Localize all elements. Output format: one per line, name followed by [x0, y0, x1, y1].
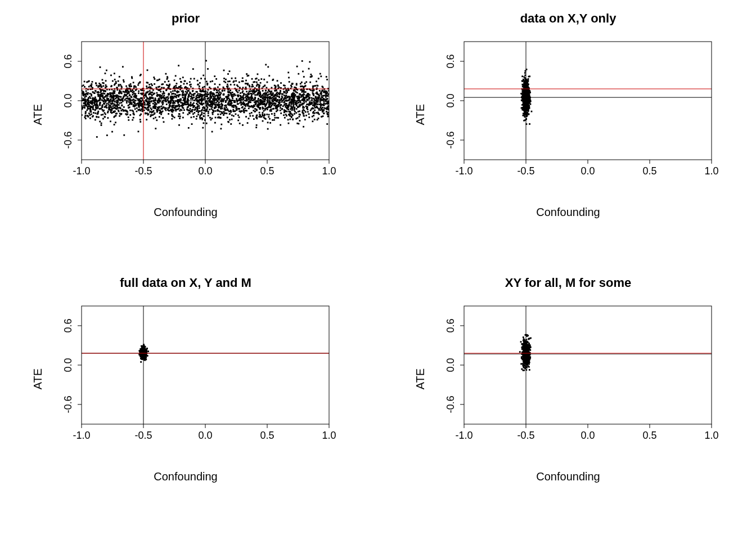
svg-rect-1959	[300, 89, 302, 91]
svg-rect-2429	[226, 86, 228, 87]
svg-rect-1585	[205, 123, 207, 124]
svg-rect-2558	[99, 95, 101, 97]
svg-rect-2451	[91, 81, 93, 83]
svg-rect-2768	[321, 104, 322, 106]
svg-rect-1346	[219, 97, 221, 98]
svg-text:-1.0: -1.0	[455, 430, 472, 441]
svg-rect-2623	[129, 97, 130, 99]
svg-rect-1840	[248, 103, 249, 105]
svg-rect-2274	[192, 68, 194, 70]
svg-rect-936	[105, 84, 106, 86]
svg-rect-550	[165, 97, 167, 98]
svg-rect-1703	[100, 124, 102, 126]
svg-rect-961	[178, 124, 180, 126]
svg-rect-3440	[521, 75, 523, 77]
svg-rect-2707	[130, 102, 132, 104]
svg-rect-2631	[89, 109, 91, 110]
svg-rect-1237	[85, 91, 87, 92]
svg-rect-2115	[128, 101, 129, 103]
svg-rect-2346	[237, 120, 239, 122]
svg-rect-2155	[218, 90, 219, 92]
svg-rect-4645	[523, 354, 525, 356]
svg-rect-2244	[269, 98, 271, 100]
svg-rect-2397	[300, 95, 302, 97]
svg-rect-886	[246, 91, 248, 92]
svg-rect-2465	[232, 94, 233, 96]
svg-rect-2548	[322, 98, 324, 100]
svg-rect-951	[276, 94, 278, 96]
svg-rect-3447	[527, 80, 529, 82]
svg-rect-1767	[147, 110, 148, 111]
svg-rect-2497	[92, 115, 94, 117]
svg-rect-1052	[161, 93, 163, 95]
svg-rect-541	[220, 92, 222, 94]
svg-rect-1743	[256, 105, 258, 107]
svg-text:1.0: 1.0	[704, 430, 718, 441]
svg-rect-2642	[167, 109, 169, 111]
svg-rect-205	[167, 96, 169, 98]
svg-rect-2385	[302, 71, 304, 73]
svg-rect-2511	[280, 107, 281, 109]
svg-rect-2559	[111, 96, 112, 97]
svg-rect-4653	[524, 362, 525, 364]
svg-rect-2588	[228, 122, 230, 123]
svg-rect-2161	[94, 90, 96, 92]
svg-rect-1040	[232, 97, 233, 99]
svg-rect-1652	[242, 101, 244, 103]
svg-rect-1313	[299, 102, 301, 104]
svg-rect-2350	[316, 106, 317, 108]
svg-rect-1663	[240, 95, 241, 97]
svg-rect-843	[263, 79, 265, 80]
svg-text:-0.5: -0.5	[134, 165, 152, 177]
svg-rect-194	[226, 107, 227, 109]
svg-rect-1964	[266, 114, 268, 115]
svg-rect-1896	[217, 87, 219, 88]
svg-rect-2022	[221, 90, 223, 92]
plot-wrap: ATE -1.0-0.50.00.51.0-0.60.00.6	[32, 36, 340, 194]
svg-rect-1395	[176, 83, 177, 84]
svg-text:-1.0: -1.0	[73, 165, 90, 177]
svg-rect-2034	[197, 114, 199, 115]
svg-rect-2772	[228, 101, 230, 103]
svg-rect-2636	[141, 93, 143, 95]
svg-rect-1414	[296, 102, 298, 104]
svg-rect-2286	[263, 110, 264, 112]
svg-rect-1132	[243, 93, 245, 94]
svg-rect-3469	[521, 80, 523, 82]
svg-rect-2513	[211, 118, 213, 119]
svg-rect-517	[133, 99, 134, 101]
svg-rect-2131	[98, 86, 100, 87]
svg-rect-143	[127, 96, 128, 98]
svg-rect-244	[173, 79, 175, 81]
svg-rect-1508	[120, 102, 122, 104]
svg-rect-1699	[140, 74, 141, 75]
svg-text:0.0: 0.0	[580, 430, 595, 441]
svg-rect-2595	[268, 93, 269, 95]
svg-rect-2521	[287, 109, 289, 110]
svg-rect-426	[273, 115, 275, 116]
svg-rect-2064	[127, 91, 129, 93]
svg-rect-1843	[308, 98, 309, 100]
svg-rect-2780	[132, 82, 134, 83]
svg-rect-3434	[529, 90, 530, 92]
svg-rect-970	[140, 121, 141, 123]
svg-rect-2709	[302, 110, 303, 112]
svg-rect-2629	[88, 97, 89, 99]
svg-rect-2460	[254, 94, 256, 96]
svg-rect-1351	[104, 116, 106, 118]
svg-rect-3473	[523, 90, 524, 92]
svg-rect-2728	[194, 109, 195, 111]
svg-rect-3456	[520, 100, 522, 101]
svg-rect-2418	[99, 104, 101, 106]
svg-rect-2756	[317, 78, 319, 79]
svg-rect-1744	[200, 78, 202, 79]
svg-rect-1678	[150, 111, 151, 112]
svg-rect-2645	[166, 77, 168, 79]
svg-rect-1719	[107, 117, 109, 119]
svg-rect-2370	[321, 116, 322, 118]
svg-rect-2437	[201, 114, 202, 115]
svg-rect-2692	[303, 89, 304, 91]
svg-rect-1731	[92, 107, 93, 109]
xlabel: Confounding	[536, 470, 600, 483]
svg-rect-2562	[292, 99, 294, 101]
